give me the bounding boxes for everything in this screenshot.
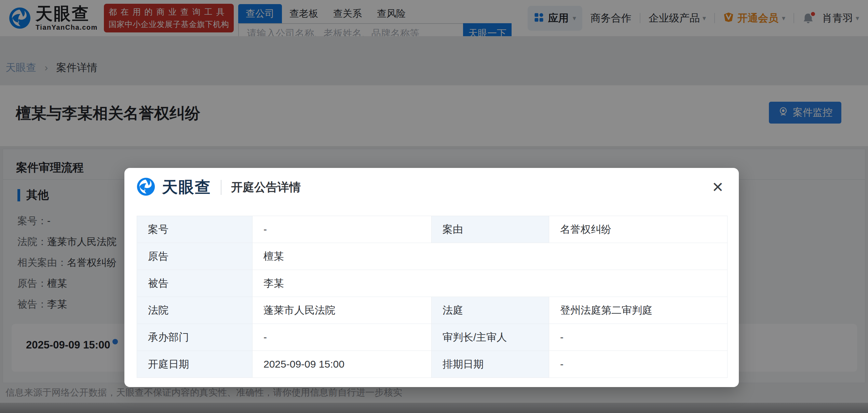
cell-label: 案由 xyxy=(432,216,549,243)
cell-label: 原告 xyxy=(137,243,253,270)
cell-value: 名誉权纠纷 xyxy=(549,216,728,243)
table-row: 被告李某 xyxy=(137,270,728,297)
cell-value: - xyxy=(549,324,728,351)
cell-label: 被告 xyxy=(137,270,253,297)
hearing-detail-modal: 天眼查 开庭公告详情 ✕ 案号-案由名誉权纠纷原告檀某被告李某法院蓬莱市人民法院… xyxy=(124,168,739,387)
table-row: 案号-案由名誉权纠纷 xyxy=(137,216,728,243)
cell-value: - xyxy=(253,216,432,243)
modal-header-divider xyxy=(221,180,221,195)
table-row: 法院蓬莱市人民法院法庭登州法庭第二审判庭 xyxy=(137,297,728,324)
cell-label: 案号 xyxy=(137,216,253,243)
cell-label: 法庭 xyxy=(432,297,549,324)
table-row: 原告檀某 xyxy=(137,243,728,270)
cell-value: 檀某 xyxy=(253,243,728,270)
table-row: 开庭日期2025-09-09 15:00排期日期- xyxy=(137,351,728,378)
cell-label: 排期日期 xyxy=(432,351,549,378)
modal-logo-title: 天眼查 xyxy=(162,177,211,198)
close-icon[interactable]: ✕ xyxy=(712,180,724,195)
cell-value: 登州法庭第二审判庭 xyxy=(549,297,728,324)
modal-title: 开庭公告详情 xyxy=(231,180,301,195)
hearing-table: 案号-案由名誉权纠纷原告檀某被告李某法院蓬莱市人民法院法庭登州法庭第二审判庭承办… xyxy=(137,216,728,378)
cell-label: 承办部门 xyxy=(137,324,253,351)
cell-label: 法院 xyxy=(137,297,253,324)
cell-value: - xyxy=(549,351,728,378)
table-row: 承办部门-审判长/主审人- xyxy=(137,324,728,351)
cell-value: 李某 xyxy=(253,270,728,297)
cell-value: 2025-09-09 15:00 xyxy=(253,351,432,378)
cell-label: 审判长/主审人 xyxy=(432,324,549,351)
modal-header: 天眼查 开庭公告详情 ✕ xyxy=(124,168,739,207)
cell-value: 蓬莱市人民法院 xyxy=(253,297,432,324)
cell-value: - xyxy=(253,324,432,351)
screen: 天眼查 TianYanCha.com 都在用的商业查询工具 国家中小企业发展子基… xyxy=(0,0,868,413)
cell-label: 开庭日期 xyxy=(137,351,253,378)
tianyancha-swirl-icon xyxy=(137,177,155,197)
